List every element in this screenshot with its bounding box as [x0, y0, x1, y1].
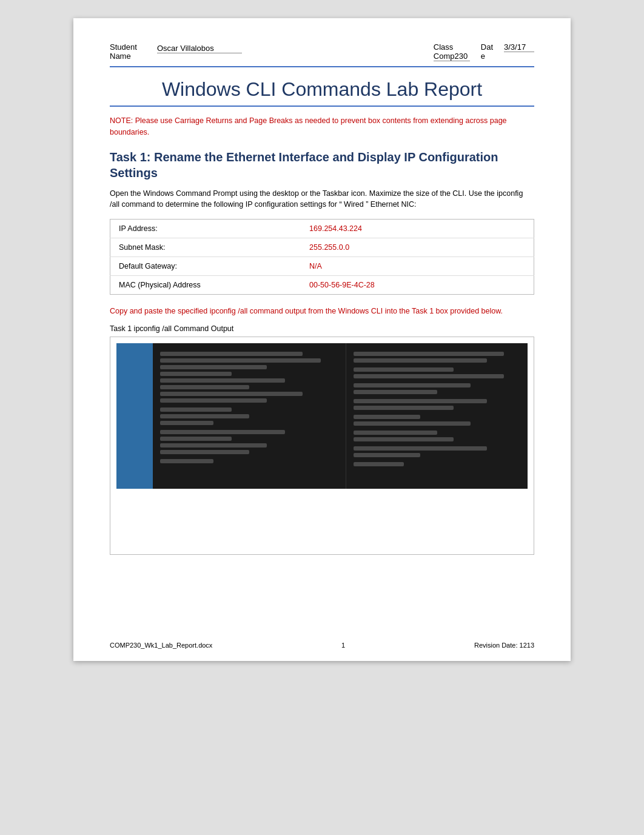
date-label: Dat: [481, 42, 493, 52]
document-footer: COMP230_Wk1_Lab_Report.docx 1 Revision D…: [110, 642, 534, 649]
note-text: NOTE: Please use Carriage Returns and Pa…: [110, 115, 534, 138]
class-label: Class: [434, 42, 454, 52]
name-label: Name: [110, 52, 152, 61]
mac-address-value: 00-50-56-9E-4C-28: [301, 276, 534, 295]
student-label: Student: [110, 42, 152, 52]
task1-heading: Task 1: Rename the Ethernet Interface an…: [110, 149, 534, 181]
footer-filename: COMP230_Wk1_Lab_Report.docx: [110, 642, 212, 649]
command-output-box[interactable]: [110, 337, 534, 555]
student-name-field: Oscar Villalobos: [157, 44, 242, 53]
subnet-mask-label: Subnet Mask:: [110, 238, 301, 257]
table-row: IP Address: 169.254.43.224: [110, 220, 534, 238]
task1-body: Open the Windows Command Prompt using th…: [110, 188, 534, 211]
footer-revision: Revision Date: 1213: [474, 642, 534, 649]
document-header: Student Name Oscar Villalobos Class Comp…: [110, 42, 534, 67]
mac-address-label: MAC (Physical) Address: [110, 276, 301, 295]
default-gateway-value: N/A: [301, 257, 534, 276]
document-page: Student Name Oscar Villalobos Class Comp…: [73, 18, 571, 661]
date-block: Dat e: [481, 42, 493, 61]
table-row: Subnet Mask: 255.255.0.0: [110, 238, 534, 257]
document-title: Windows CLI Commands Lab Report: [110, 78, 534, 107]
cli-left-content: [153, 343, 346, 489]
student-label-block: Student Name: [110, 42, 152, 61]
table-row: MAC (Physical) Address 00-50-56-9E-4C-28: [110, 276, 534, 295]
text-input-area[interactable]: [116, 489, 528, 537]
ip-config-table: IP Address: 169.254.43.224 Subnet Mask: …: [110, 219, 534, 295]
subnet-mask-value: 255.255.0.0: [301, 238, 534, 257]
date-value: 3/3/17: [504, 42, 534, 52]
footer-page-number: 1: [341, 642, 345, 649]
copy-instruction: Copy and paste the specified ipconfig /a…: [110, 306, 534, 317]
table-row: Default Gateway: N/A: [110, 257, 534, 276]
ip-address-value: 169.254.43.224: [301, 220, 534, 238]
class-block: Class Comp230: [434, 42, 470, 61]
student-name-value: Oscar Villalobos: [157, 44, 214, 53]
ip-address-label: IP Address:: [110, 220, 301, 238]
date-value-block: 3/3/17: [504, 42, 534, 52]
cli-right-content: [346, 343, 528, 489]
date-label2: e: [481, 52, 485, 61]
default-gateway-label: Default Gateway:: [110, 257, 301, 276]
cli-sidebar: [116, 343, 153, 489]
cli-screenshot: [116, 343, 528, 489]
cmd-output-label: Task 1 ipconfig /all Command Output: [110, 324, 534, 333]
class-value: Comp230: [434, 52, 470, 61]
